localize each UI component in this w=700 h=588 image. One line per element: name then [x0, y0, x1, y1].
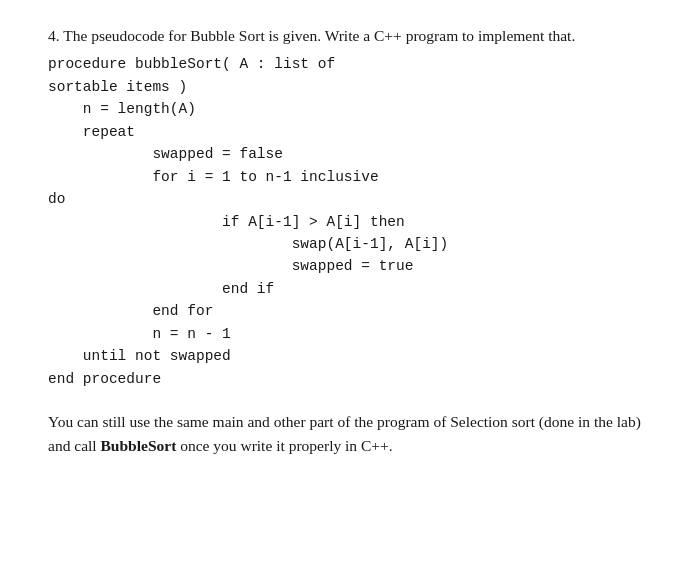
question-text-content: The pseudocode for Bubble Sort is given.…: [63, 27, 575, 44]
question-number: 4.: [48, 27, 60, 44]
description-block: You can still use the same main and othe…: [48, 410, 652, 458]
question-intro: 4. The pseudocode for Bubble Sort is giv…: [48, 24, 652, 47]
pseudocode-block: procedure bubbleSort( A : list of sortab…: [48, 53, 652, 390]
description-part2: once you write it properly in C++.: [176, 437, 392, 454]
bubbleSort-bold: BubbleSort: [101, 437, 177, 454]
page-container: 4. The pseudocode for Bubble Sort is giv…: [0, 0, 700, 588]
